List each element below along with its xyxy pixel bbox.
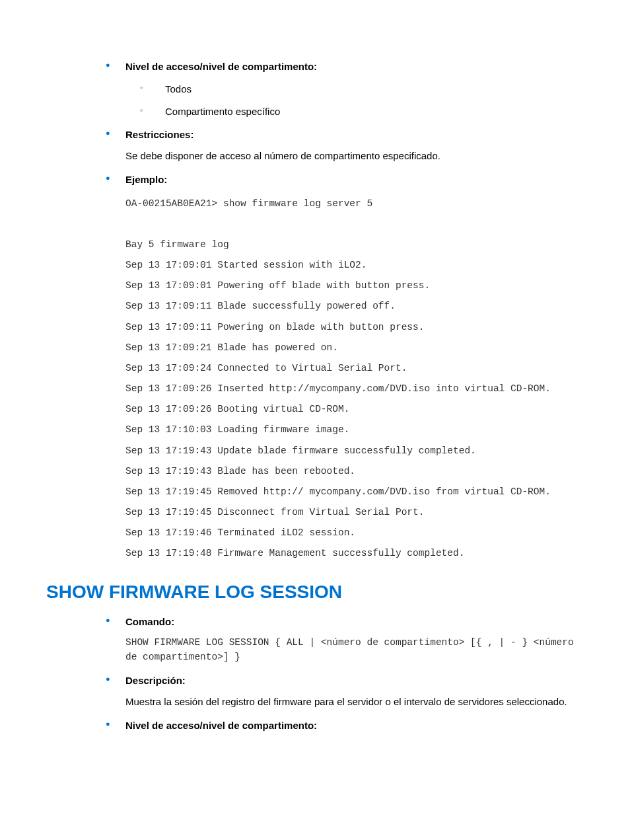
label-access-level: Nivel de acceso/nivel de compartimento: [125,61,317,72]
code-ejemplo: OA-00215AB0EA21> show firmware log serve… [125,194,584,564]
label-descripcion: Descripción: [125,675,186,686]
list-item-ejemplo: Ejemplo: OA-00215AB0EA21> show firmware … [106,172,584,564]
list-item-restricciones: Restricciones: Se debe disponer de acces… [106,128,584,163]
code-comando: SHOW FIRMWARE LOG SESSION { ALL | <númer… [125,636,584,665]
list-item-access-level-2: Nivel de acceso/nivel de compartimento: [106,718,584,733]
list-item-descripcion: Descripción: Muestra la sesión del regis… [106,673,584,709]
bullet-list-2: Comando: SHOW FIRMWARE LOG SESSION { ALL… [106,615,584,733]
list-item-comando: Comando: SHOW FIRMWARE LOG SESSION { ALL… [106,615,584,664]
label-access-level-2: Nivel de acceso/nivel de compartimento: [125,720,317,731]
list-item-access-level: Nivel de acceso/nivel de compartimento: … [106,59,584,118]
bullet-list-1: Nivel de acceso/nivel de compartimento: … [106,59,584,564]
label-ejemplo: Ejemplo: [125,174,167,185]
sub-item-compartimento: Compartimento específico [125,104,584,119]
sub-item-todos: Todos [125,82,584,96]
text-descripcion-body: Muestra la sesión del registro del firmw… [125,695,584,709]
sub-list: Todos Compartimento específico [125,82,584,119]
label-restricciones: Restricciones: [125,129,193,140]
label-comando: Comando: [125,616,174,627]
text-restricciones-body: Se debe disponer de acceso al número de … [125,149,584,163]
section-heading-show-firmware-log-session: SHOW FIRMWARE LOG SESSION [46,579,584,606]
